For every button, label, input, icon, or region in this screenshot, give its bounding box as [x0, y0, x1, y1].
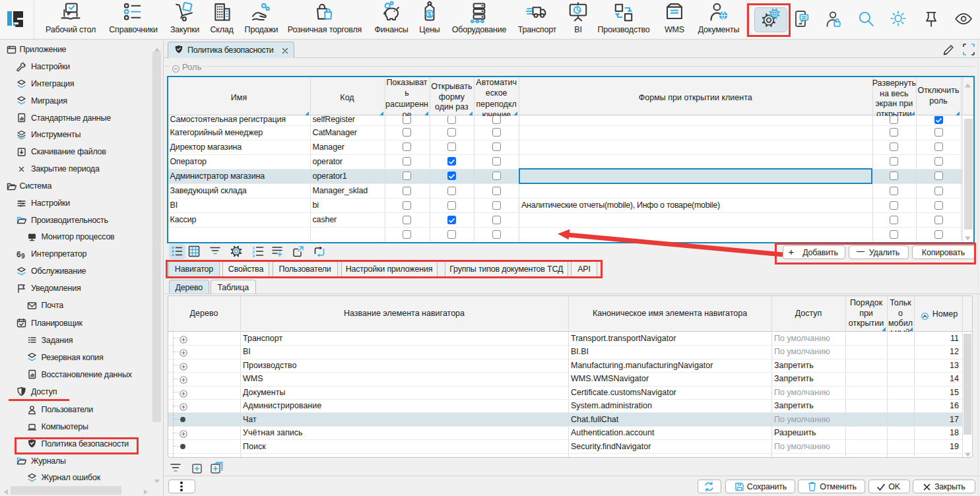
svg-text:6: 6: [16, 250, 21, 259]
svg-text:9: 9: [21, 253, 25, 259]
svg-text:3: 3: [252, 254, 255, 258]
